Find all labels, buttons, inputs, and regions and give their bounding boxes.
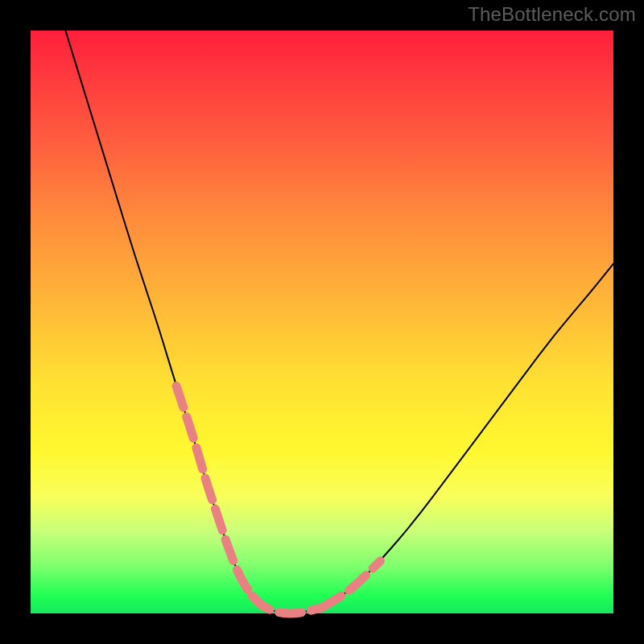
plot-area [31, 31, 613, 613]
highlight-valley [252, 596, 322, 613]
highlight-right-ascent [322, 561, 380, 608]
watermark-text: TheBottleneck.com [468, 3, 636, 26]
chart-frame: TheBottleneck.com [0, 0, 644, 644]
curve-svg [31, 31, 613, 613]
highlight-left-descent [176, 386, 252, 597]
bottleneck-curve [65, 31, 613, 613]
